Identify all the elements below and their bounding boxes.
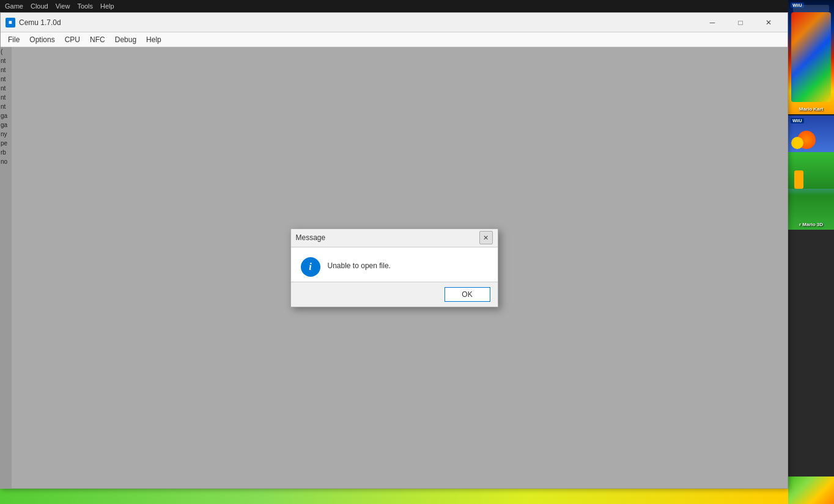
game-thumb-mario-kart[interactable]: WiiU Mario Kart xyxy=(788,0,834,114)
title-bar: ■ Cemu 1.7.0d ─ □ ✕ xyxy=(1,13,788,32)
dialog-body: i Unable to open file. xyxy=(291,247,498,282)
taskbar: Game Cloud View Tools Help xyxy=(0,0,834,12)
close-button[interactable]: ✕ xyxy=(755,13,783,32)
game-thumb-mario-3dworld[interactable]: WiiU r Mario 3D xyxy=(788,115,834,230)
dialog-message: Unable to open file. xyxy=(328,257,391,271)
window-title: Cemu 1.7.0d xyxy=(19,18,698,27)
right-sidebar: WiiU Mario Kart WiiU r Mario 3D xyxy=(788,0,834,504)
window-controls: ─ □ ✕ xyxy=(698,13,783,32)
taskbar-tools[interactable]: Tools xyxy=(77,2,93,10)
taskbar-cloud[interactable]: Cloud xyxy=(31,2,48,10)
wiiu-badge-2: WiiU xyxy=(791,118,804,123)
menu-cpu[interactable]: CPU xyxy=(60,34,85,45)
menu-debug[interactable]: Debug xyxy=(110,34,141,45)
ok-button[interactable]: OK xyxy=(445,287,490,302)
message-dialog: Message ✕ i Unable to open file. OK xyxy=(290,228,498,307)
minimize-button[interactable]: ─ xyxy=(698,13,726,32)
menu-nfc[interactable]: NFC xyxy=(85,34,110,45)
menu-file[interactable]: File xyxy=(3,34,24,45)
menu-help[interactable]: Help xyxy=(141,34,166,45)
menu-bar: File Options CPU NFC Debug Help xyxy=(1,32,788,47)
menu-options[interactable]: Options xyxy=(24,34,59,45)
maximize-button[interactable]: □ xyxy=(726,13,755,32)
cemu-window: ■ Cemu 1.7.0d ─ □ ✕ File Options CPU NFC… xyxy=(0,12,788,489)
dialog-footer: OK xyxy=(291,282,498,307)
main-content: ( nt nt nt nt nt nt ga ga ny pe rb no Me… xyxy=(1,47,788,488)
cemu-icon: ■ xyxy=(6,18,15,27)
dialog-close-button[interactable]: ✕ xyxy=(479,231,493,244)
mario-kart-label: Mario Kart xyxy=(788,106,834,112)
dialog-overlay: Message ✕ i Unable to open file. OK xyxy=(1,47,788,488)
taskbar-help[interactable]: Help xyxy=(100,2,114,10)
mario-3d-label: r Mario 3D xyxy=(788,222,834,227)
dialog-title-bar: Message ✕ xyxy=(291,229,498,247)
taskbar-game[interactable]: Game xyxy=(5,2,23,10)
taskbar-view[interactable]: View xyxy=(56,2,70,10)
info-icon: i xyxy=(301,257,320,277)
dialog-title: Message xyxy=(296,233,479,242)
